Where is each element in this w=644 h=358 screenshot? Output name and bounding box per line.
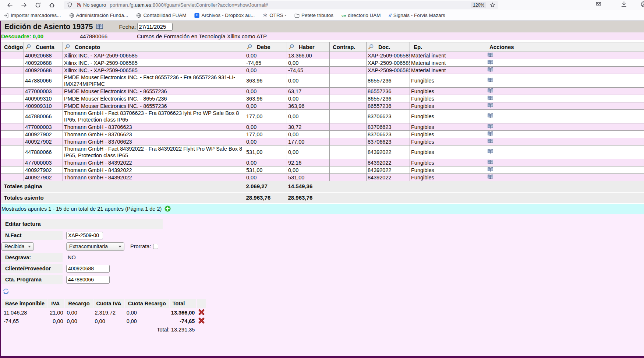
reload-button[interactable] (34, 1, 42, 9)
journal-row: 477000003 Thomann GmbH - 84392022 0,00 9… (1, 159, 644, 166)
view-entry-book-icon[interactable] (487, 77, 493, 83)
bookmark-otrs[interactable]: OTRS - (263, 13, 286, 18)
pocket-icon[interactable] (595, 1, 602, 7)
cell-cuota-iva: 2.319,72 (93, 309, 124, 317)
cell-haber: 92,16 (287, 159, 330, 166)
cell-codigo (1, 159, 24, 166)
add-entry-button[interactable] (164, 206, 171, 212)
signals-favicon: // (389, 13, 392, 18)
cell-contrap (330, 159, 367, 166)
view-entry-book-icon[interactable] (487, 149, 493, 154)
cell-cuenta: 447880066 (24, 145, 63, 159)
pagination-bar: Mostrados apuntes 1 - 15 de un total de … (1, 204, 644, 214)
reload-icon (35, 2, 41, 8)
cell-concepto: PMDE Mouser Electronics INC. - Fact 8655… (63, 74, 245, 88)
view-entry-book-icon[interactable] (487, 138, 493, 144)
delete-line-icon[interactable] (198, 317, 205, 324)
view-entry-book-icon[interactable] (487, 95, 493, 101)
otrs-asterisk-icon (263, 13, 268, 18)
view-entry-book-icon[interactable] (487, 113, 493, 118)
forward-arrow-icon (21, 2, 27, 8)
search-debe-icon[interactable] (246, 44, 252, 50)
cell-cuenta: 400927902 (24, 166, 63, 174)
invoice-type-select[interactable]: Recibida (1, 242, 34, 251)
descuadre-value: Descuadre: 0,00 (1, 33, 43, 39)
journal-row: 400920688 Xilinx INC. - XAP-2509-006585 … (1, 67, 644, 74)
cell-ep: Fungibles (410, 138, 484, 145)
bookmark-directorio-uam[interactable]: uᴍ directorio UAM (342, 13, 381, 18)
col-total: Total (170, 299, 197, 308)
refresh-button[interactable] (2, 288, 10, 295)
bookmark-administracion-fundacion[interactable]: Administración Funda... (69, 13, 128, 18)
cell-concepto: Thomann GmbH - 84392022 (63, 166, 245, 174)
nfact-input[interactable] (66, 232, 103, 239)
insecure-lock-icon[interactable] (76, 2, 82, 8)
home-button[interactable] (48, 1, 56, 9)
view-entry-book-icon[interactable] (487, 88, 493, 93)
prorrata-checkbox[interactable] (153, 244, 158, 249)
col-cuota-iva: Cuota IVA (93, 299, 124, 308)
cell-contrap (330, 145, 367, 159)
cell-concepto: Xilinx INC. - XAP-2509-006585 (63, 59, 245, 67)
cell-concepto: Thomann GmbH - 84392022 (63, 159, 245, 166)
view-entry-book-icon[interactable] (487, 103, 493, 108)
cell-debe: 0,00 (245, 159, 287, 166)
cell-concepto: Thomann GmbH - 83706623 (63, 138, 245, 145)
totals-entry-row: Totales asiento 28.963,76 28.963,76 (1, 192, 644, 203)
view-entry-book-icon[interactable] (487, 167, 493, 172)
search-concepto-icon[interactable] (64, 44, 70, 50)
back-button[interactable] (6, 1, 14, 9)
cell-contrap (330, 95, 367, 102)
cell-acciones (484, 131, 644, 138)
bookmark-archivos-dropbox[interactable]: Archivos - Dropbox au... (194, 13, 255, 18)
invoice-region-select[interactable]: Extracomunitaria (66, 242, 124, 251)
cell-codigo (1, 88, 24, 95)
cell-ep: Fungibles (410, 95, 484, 102)
cell-contrap (330, 74, 367, 88)
tax-line-row: 11.046,28 21,00 0,00 2.319,72 0,00 13.36… (2, 309, 206, 317)
journal-header-row: Código Cuenta Concepto Debe Haber Contra… (1, 42, 644, 52)
cell-iva: 0,00 (48, 317, 64, 325)
cell-ep: Fungibles (410, 159, 484, 166)
fecha-label: Fecha: (119, 24, 136, 30)
view-entry-book-icon[interactable] (487, 67, 493, 72)
search-cuenta-icon[interactable] (25, 44, 31, 50)
bookmark-signals-forvis[interactable]: // Signals - Forvis Mazars (389, 13, 445, 18)
tax-total-row: Total: 13.291,35 (2, 326, 206, 334)
view-entry-book-icon[interactable] (487, 52, 493, 57)
cta-programa-input[interactable] (66, 276, 110, 284)
view-entry-book-icon[interactable] (487, 124, 493, 129)
url-bar[interactable]: No seguro portman.fg.uam.es:8080/fguam/S… (64, 1, 498, 9)
cell-contrap (330, 67, 367, 74)
col-base-imponible: Base imponible (2, 299, 47, 308)
delete-line-icon[interactable] (198, 309, 205, 315)
bookmark-star-icon[interactable] (490, 2, 495, 8)
view-entry-book-icon[interactable] (487, 174, 493, 179)
cell-iva: 21,00 (48, 309, 64, 317)
shield-icon[interactable] (67, 2, 72, 8)
search-haber-icon[interactable] (288, 44, 294, 50)
cell-acciones (484, 166, 644, 174)
download-icon[interactable] (621, 1, 627, 7)
cell-concepto: Thomann GmbH - 83706623 (63, 123, 245, 131)
bookmark-contabilidad-fuam[interactable]: Contabilidad FUAM (136, 13, 186, 18)
col-ep: Ep. (410, 42, 484, 52)
cell-cuenta: 400927902 (24, 138, 63, 145)
forward-button[interactable] (20, 1, 28, 9)
view-entry-book-icon[interactable] (487, 131, 493, 136)
zoom-level-badge[interactable]: 120% (471, 2, 486, 8)
account-icon[interactable] (641, 1, 644, 7)
cell-codigo (1, 131, 24, 138)
search-doc-icon[interactable] (368, 44, 374, 50)
globe-icon (69, 13, 74, 18)
bookmark-petete-tributos[interactable]: Petete tributos (294, 13, 333, 18)
view-entry-book-icon[interactable] (487, 159, 493, 165)
bookmark-importar-marcadores[interactable]: Importar marcadores... (4, 13, 61, 18)
desgrava-label: Desgrava: (1, 253, 63, 262)
cell-doc: 84392022 (367, 166, 410, 174)
journal-book-icon[interactable] (96, 24, 103, 30)
cliente-proveedor-input[interactable] (66, 265, 110, 273)
cell-concepto: PMDE Mouser Electronics INC. - 86557236 (63, 102, 245, 110)
view-entry-book-icon[interactable] (487, 60, 493, 65)
fecha-input[interactable] (137, 23, 173, 31)
